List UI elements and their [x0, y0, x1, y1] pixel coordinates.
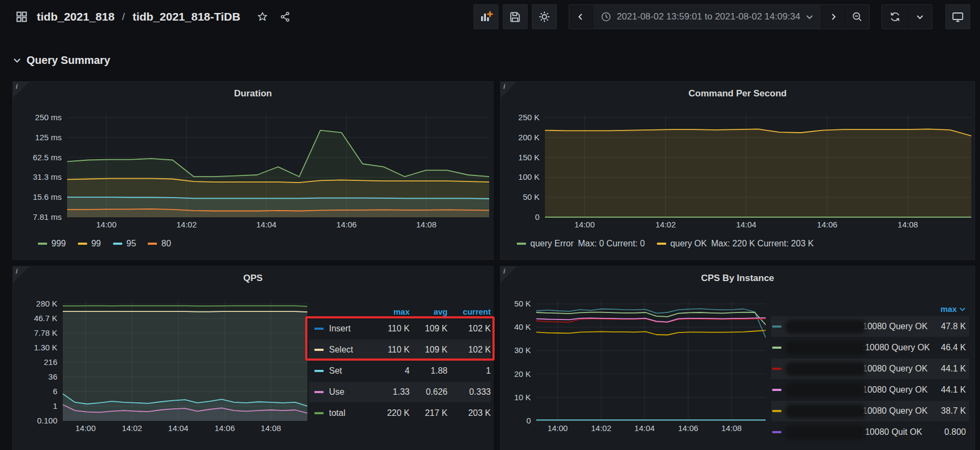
x-tick-label: 14:08	[255, 423, 287, 433]
y-tick-label: 1.30 K	[17, 343, 57, 352]
legend-item-999[interactable]: 999	[38, 239, 66, 249]
legend-swatch	[314, 328, 324, 330]
x-tick-label: 14:06	[672, 423, 705, 433]
legend-label: total	[329, 408, 345, 418]
legend-sort-label: max	[940, 304, 957, 314]
legend-label-suffix: 10080 Query OK	[863, 406, 928, 416]
y-tick-label: 6	[17, 387, 57, 396]
x-tick-label: 14:00	[69, 423, 102, 433]
x-tick-label: 14:04	[730, 220, 762, 229]
legend-row-instance-3[interactable]: 10080 Query OK44.1 K	[771, 358, 969, 379]
panel-title[interactable]: QPS	[13, 273, 493, 284]
add-panel-button[interactable]	[473, 4, 498, 29]
legend-label-suffix: 10080 Query OK	[863, 364, 928, 374]
legend-label-suffix: :10080 Query OK	[863, 343, 930, 353]
y-tick-label: 10 K	[505, 393, 531, 402]
qps-legend-table: maxavgcurrentInsert110 K109 K102 KSelect…	[309, 304, 491, 424]
time-range-picker[interactable]: 2021-08-02 13:59:01 to 2021-08-02 14:09:…	[593, 5, 821, 29]
x-tick-label: 14:04	[250, 220, 282, 229]
legend-value-max: 220 K	[367, 408, 410, 418]
legend-label: query OK	[670, 239, 707, 249]
legend-item-80[interactable]: 80	[148, 239, 171, 249]
panel-duration: i Duration 7.81 ms15.6 ms31.3 ms62.5 ms1…	[12, 81, 494, 260]
x-tick-label: 14:08	[715, 423, 748, 433]
panel-title[interactable]: Command Per Second	[501, 88, 975, 99]
row-query-summary[interactable]: Query Summary	[13, 54, 110, 67]
legend-row-instance-2[interactable]: :10080 Query OK46.4 K	[771, 337, 969, 358]
star-icon[interactable]	[254, 9, 271, 25]
legend-row-Insert[interactable]: Insert110 K109 K102 K	[309, 318, 491, 339]
breadcrumb-dashboard-folder[interactable]: tidb_2021_818	[37, 10, 115, 23]
legend-swatch	[113, 243, 122, 245]
legend-row-instance-4[interactable]: 10080 Query OK44.1 K	[771, 380, 969, 400]
time-shift-back-button[interactable]	[569, 5, 593, 29]
legend-row-instance-6[interactable]: :10080 Quit OK0.800	[771, 422, 969, 442]
legend-value-avg: 217 K	[410, 408, 448, 418]
x-tick-label: 14:08	[410, 220, 443, 229]
panel-title[interactable]: Duration	[13, 88, 493, 99]
y-tick-label: 216	[17, 357, 57, 367]
legend-swatch	[314, 412, 324, 414]
legend-item-query OK[interactable]: query OKMax: 220 K Current: 203 K	[657, 239, 814, 249]
legend-swatch	[772, 431, 781, 433]
cps-by-instance-legend-table: max10080 Query OK47.8 K:10080 Query OK46…	[771, 301, 969, 443]
legend-value-max: 38.7 K	[941, 406, 966, 416]
legend-sort-header-max[interactable]: max	[771, 301, 969, 316]
cycle-view-mode-button[interactable]	[945, 4, 970, 29]
x-tick-label: 14:06	[330, 220, 363, 229]
y-tick-label: 1	[17, 401, 57, 410]
legend-stats: Max: 0 Current: 0	[578, 239, 645, 249]
cps-by-instance-chart[interactable]: 010 K20 K30 K40 K50 K14:0014:0214:0414:0…	[505, 299, 766, 435]
y-tick-label: 0.100	[17, 416, 57, 425]
y-tick-label: 20 K	[505, 369, 531, 379]
legend-value-max: 4	[367, 366, 410, 376]
duration-chart[interactable]: 7.81 ms15.6 ms31.3 ms62.5 ms125 ms250 ms…	[17, 113, 489, 231]
time-shift-forward-button[interactable]	[821, 5, 845, 29]
y-tick-label: 7.81 ms	[17, 212, 62, 221]
legend-swatch	[657, 243, 666, 245]
legend-row-total[interactable]: total220 K217 K203 K	[309, 403, 491, 423]
legend-row-Set[interactable]: Set41.881	[309, 361, 491, 381]
breadcrumb-separator: /	[121, 11, 126, 23]
refresh-interval-dropdown[interactable]	[908, 5, 932, 29]
legend-swatch	[78, 243, 87, 245]
dashboard-settings-button[interactable]	[532, 4, 557, 29]
legend-row-Use[interactable]: Use1.330.6260.333	[309, 382, 491, 402]
legend-label-suffix: :10080 Quit OK	[863, 427, 922, 437]
command-per-second-chart[interactable]: 050 K100 K150 K200 K250 K14:0014:0214:04…	[505, 113, 971, 231]
refresh-dashboard-button[interactable]	[882, 5, 908, 29]
legend-value-current: 1	[448, 366, 491, 376]
legend-item-95[interactable]: 95	[113, 239, 136, 249]
chevron-down-icon	[806, 13, 813, 21]
y-tick-label: 50 K	[505, 192, 540, 201]
legend-item-query Error[interactable]: query ErrorMax: 0 Current: 0	[517, 239, 645, 249]
legend-sort-header-avg[interactable]: avg	[410, 307, 448, 316]
legend-row-Select[interactable]: Select110 K109 K102 K	[309, 340, 491, 360]
legend-label: Insert	[329, 324, 351, 334]
legend-sort-header-current[interactable]: current	[448, 307, 491, 316]
legend-sort-header-max[interactable]: max	[367, 307, 410, 316]
legend-value-max: 47.8 K	[941, 322, 966, 331]
panel-command-per-second: i Command Per Second 050 K100 K150 K200 …	[500, 81, 975, 260]
zoom-out-time-button[interactable]	[845, 5, 869, 29]
legend-value-max: 44.1 K	[941, 385, 966, 395]
duration-legend: 999999580	[38, 239, 171, 249]
legend-row-instance-1[interactable]: 10080 Query OK47.8 K	[771, 316, 969, 337]
x-tick-label: 14:00	[90, 220, 123, 229]
x-tick-label: 14:04	[628, 423, 661, 433]
time-range-text: 2021-08-02 13:59:01 to 2021-08-02 14:09:…	[617, 11, 800, 22]
share-icon[interactable]	[277, 9, 293, 25]
panel-title[interactable]: CPS By Instance	[501, 273, 975, 284]
legend-label: 999	[51, 239, 66, 249]
save-dashboard-button[interactable]	[503, 4, 528, 29]
legend-stats: Max: 220 K Current: 203 K	[711, 239, 813, 249]
apps-grid-icon[interactable]	[13, 8, 30, 25]
legend-value-avg: 109 K	[410, 345, 448, 355]
legend-item-99[interactable]: 99	[78, 239, 101, 249]
y-tick-label: 125 ms	[17, 133, 62, 142]
qps-chart[interactable]: 0.10016362161.30 K7.78 K46.7 K280 K14:00…	[17, 299, 307, 435]
breadcrumb-dashboard-name[interactable]: tidb_2021_818-TiDB	[133, 10, 240, 23]
redacted-instance-name	[786, 320, 866, 334]
top-navigation-bar: tidb_2021_818 / tidb_2021_818-TiDB 2021-…	[0, 0, 980, 34]
legend-row-instance-5[interactable]: 10080 Query OK38.7 K	[771, 401, 969, 421]
